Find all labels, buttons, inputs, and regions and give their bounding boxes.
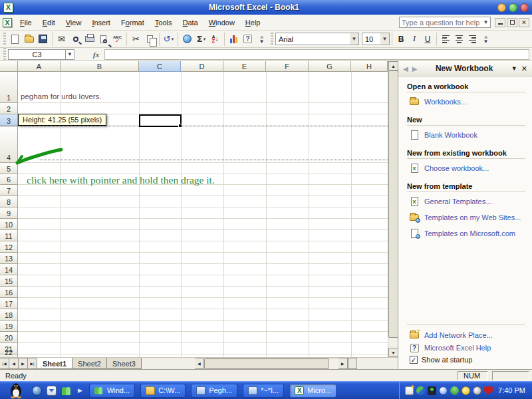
row-header-7[interactable]: 7 <box>0 185 18 196</box>
task-pane-link[interactable]: Templates on Microsoft.com <box>424 229 515 237</box>
workbook-icon[interactable]: X <box>3 18 12 27</box>
selected-cell-c3[interactable] <box>139 114 182 127</box>
taskbar-button[interactable]: Wind... <box>89 384 135 398</box>
grid-row[interactable] <box>18 207 388 219</box>
row-header-8[interactable]: 8 <box>0 196 18 207</box>
question-input[interactable] <box>400 19 481 27</box>
grid-row[interactable] <box>18 264 388 275</box>
horizontal-scroll-thumb[interactable] <box>204 358 329 369</box>
internet-explorer-icon[interactable] <box>32 386 42 396</box>
italic-button[interactable]: I <box>408 33 421 46</box>
copy-icon[interactable] <box>143 32 157 46</box>
align-left-button[interactable] <box>439 33 452 46</box>
more-buttons-icon[interactable]: »▾ <box>479 32 493 46</box>
task-pane-item[interactable]: Blank Workbook <box>409 130 525 140</box>
task-pane-link[interactable]: General Templates... <box>424 198 491 205</box>
menu-view[interactable]: View <box>61 17 87 29</box>
spelling-icon[interactable]: ABC✓ <box>110 32 124 46</box>
task-pane-item[interactable]: XGeneral Templates... <box>409 197 525 206</box>
minimize-button[interactable] <box>497 3 506 12</box>
last-sheet-icon[interactable]: ▶| <box>28 358 37 369</box>
menu-tools[interactable]: Tools <box>150 17 178 29</box>
row-header-1[interactable]: 1 <box>0 72 18 103</box>
chevron-down-icon[interactable]: ▼ <box>350 33 358 45</box>
row-header-3[interactable]: 3 <box>0 114 18 126</box>
grid-row[interactable] <box>18 103 388 114</box>
grid-row[interactable] <box>18 219 388 230</box>
help-icon[interactable]: ? <box>241 32 255 46</box>
toolbar-drag-handle[interactable] <box>3 33 6 46</box>
task-pane-item[interactable]: Templates on my Web Sites... <box>409 213 525 222</box>
row-header-16[interactable]: 16 <box>0 287 18 298</box>
toolbar-drag-handle[interactable] <box>271 33 273 46</box>
chart-wizard-icon[interactable] <box>227 32 241 46</box>
grid-row[interactable] <box>18 196 388 207</box>
insert-function-icon[interactable]: fx <box>93 51 99 59</box>
scroll-up-icon[interactable]: ▲ <box>388 61 398 70</box>
workbook-close-button[interactable]: ✕ <box>519 18 529 27</box>
security-shield-tray-icon[interactable] <box>484 386 493 395</box>
row-header-10[interactable]: 10 <box>0 219 18 230</box>
row-header-6[interactable]: 6 <box>0 174 18 185</box>
back-icon[interactable]: ◀ <box>403 65 408 72</box>
first-sheet-icon[interactable]: |◀ <box>0 358 9 369</box>
row-header-20[interactable]: 20 <box>0 332 18 343</box>
task-pane-item[interactable]: ✳Add Network Place... <box>409 331 525 340</box>
quick-launch-expand-icon[interactable]: ▶ <box>78 387 82 394</box>
row-header-18[interactable]: 18 <box>0 309 18 321</box>
next-sheet-icon[interactable]: ▶ <box>19 358 28 369</box>
horizontal-scrollbar[interactable] <box>204 358 338 369</box>
grid-row[interactable] <box>18 332 388 343</box>
sheet-tab-sheet2[interactable]: Sheet2 <box>72 358 107 369</box>
task-pane-menu-icon[interactable]: ▼ <box>511 65 517 72</box>
contact-tray-icon[interactable] <box>450 386 459 395</box>
save-icon[interactable] <box>36 32 50 46</box>
font-name-combo[interactable]: Arial ▼ <box>275 33 359 45</box>
column-header-b[interactable]: B <box>61 61 139 72</box>
task-pane-link[interactable]: Add Network Place... <box>424 331 493 339</box>
grid-row[interactable] <box>18 275 388 287</box>
taskbar-button[interactable]: *~*I... <box>243 384 284 398</box>
taskbar-button[interactable]: Pegh... <box>191 384 237 398</box>
select-all-corner[interactable] <box>0 61 18 72</box>
grid-row[interactable] <box>18 287 388 298</box>
workbook-restore-button[interactable] <box>507 18 517 27</box>
start-penguin-icon[interactable] <box>9 382 23 398</box>
messenger-face-tray-icon[interactable] <box>439 386 448 395</box>
underline-button[interactable]: U <box>421 33 434 46</box>
row-header-2[interactable]: 2 <box>0 103 18 114</box>
volume-tray-icon[interactable] <box>473 386 481 395</box>
menu-file[interactable]: File <box>15 17 37 29</box>
hscroll-left-icon[interactable]: ◀ <box>195 358 204 369</box>
show-at-startup-checkbox[interactable]: ✓ <box>410 356 418 364</box>
vertical-scrollbar[interactable]: ▲ ▼ <box>388 61 398 357</box>
traffic-light-tray-icon[interactable] <box>428 386 436 395</box>
chevron-down-icon[interactable]: ▼ <box>481 19 490 25</box>
grid-row[interactable] <box>18 163 388 174</box>
column-header-c[interactable]: C <box>139 61 181 72</box>
prev-sheet-icon[interactable]: ◀ <box>9 358 19 369</box>
taskbar-button[interactable]: XMicro... <box>289 384 336 398</box>
bold-button[interactable]: B <box>394 33 408 46</box>
grid-row[interactable] <box>18 230 388 241</box>
grid-row[interactable] <box>18 126 388 163</box>
row-header-17[interactable]: 17 <box>0 298 18 309</box>
formula-input[interactable] <box>104 49 529 60</box>
email-icon[interactable]: ✉ <box>55 32 68 46</box>
cut-icon[interactable]: ✂ <box>129 32 143 46</box>
column-header-d[interactable]: D <box>181 61 223 72</box>
task-pane-link[interactable]: Templates on my Web Sites... <box>424 213 521 221</box>
scroll-down-icon[interactable]: ▼ <box>388 348 398 357</box>
print-preview-icon[interactable] <box>96 32 110 46</box>
task-pane-link[interactable]: Workbooks... <box>424 98 467 106</box>
question-box[interactable]: ▼ <box>399 17 491 28</box>
column-header-g[interactable]: G <box>309 61 351 72</box>
sheet-tab-sheet1[interactable]: Sheet1 <box>37 358 72 369</box>
name-box[interactable]: C3 <box>8 49 65 60</box>
vertical-scroll-thumb[interactable] <box>388 70 398 338</box>
menu-insert[interactable]: Insert <box>86 17 116 29</box>
print-icon[interactable] <box>82 32 96 46</box>
mail-tray-icon[interactable] <box>405 386 414 395</box>
column-header-a[interactable]: A <box>18 61 61 72</box>
font-size-combo[interactable]: 10 ▼ <box>362 33 390 45</box>
